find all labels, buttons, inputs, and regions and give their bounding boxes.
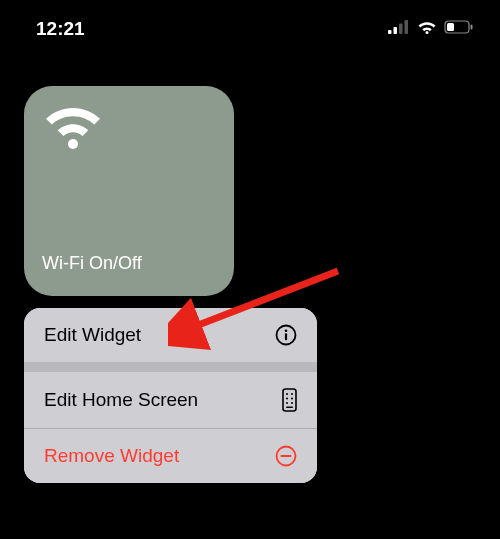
- svg-rect-21: [281, 455, 292, 457]
- remove-icon: [275, 445, 297, 467]
- menu-label: Remove Widget: [44, 445, 179, 467]
- svg-point-18: [291, 402, 293, 404]
- svg-point-17: [286, 402, 288, 404]
- menu-separator: [24, 362, 317, 372]
- svg-rect-2: [399, 24, 403, 35]
- svg-rect-0: [388, 30, 392, 34]
- svg-rect-19: [286, 407, 293, 409]
- status-time: 12:21: [36, 18, 85, 40]
- menu-label: Edit Widget: [44, 324, 141, 346]
- menu-label: Edit Home Screen: [44, 389, 198, 411]
- wifi-status-icon: [417, 20, 437, 38]
- edit-home-screen-item[interactable]: Edit Home Screen: [24, 372, 317, 428]
- wifi-icon: [42, 104, 216, 154]
- svg-point-15: [286, 398, 288, 400]
- svg-rect-1: [394, 27, 398, 34]
- svg-point-8: [68, 139, 78, 149]
- widget-context-menu: Edit Widget Edit Home Screen: [24, 308, 317, 483]
- svg-rect-7: [471, 25, 473, 30]
- svg-point-13: [286, 393, 288, 395]
- svg-point-16: [291, 398, 293, 400]
- battery-icon: [444, 20, 474, 38]
- wifi-widget[interactable]: Wi-Fi On/Off: [24, 86, 234, 296]
- widget-label: Wi-Fi On/Off: [42, 253, 216, 278]
- svg-rect-11: [285, 333, 287, 340]
- svg-rect-3: [405, 20, 409, 34]
- svg-point-14: [291, 393, 293, 395]
- status-bar: 12:21: [0, 0, 500, 44]
- svg-point-4: [426, 31, 429, 34]
- apps-grid-icon: [282, 388, 297, 412]
- edit-widget-item[interactable]: Edit Widget: [24, 308, 317, 362]
- svg-rect-6: [447, 23, 454, 31]
- info-icon: [275, 324, 297, 346]
- cellular-icon: [388, 20, 410, 38]
- status-icons: [388, 20, 474, 38]
- svg-point-10: [285, 329, 288, 332]
- remove-widget-item[interactable]: Remove Widget: [24, 429, 317, 483]
